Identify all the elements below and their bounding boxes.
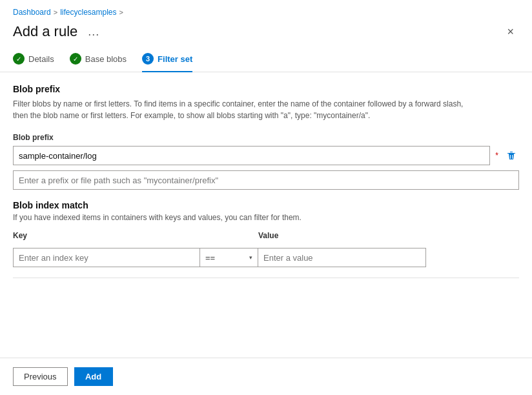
prefix-input-2[interactable] [13, 170, 519, 190]
tab-details-check: ✓ [13, 53, 25, 65]
index-key-input[interactable] [13, 248, 200, 267]
add-button[interactable]: Add [74, 367, 113, 386]
tab-filter-set-number: 3 [142, 53, 154, 65]
dialog-title: Add a rule [13, 23, 77, 40]
index-value-input[interactable] [258, 248, 426, 267]
close-button[interactable]: × [502, 25, 519, 39]
tabs-bar: ✓ Details ✓ Base blobs 3 Filter set [0, 48, 532, 72]
blob-prefix-section: Blob prefix Filter blobs by name or firs… [13, 84, 519, 200]
breadcrumb-dashboard[interactable]: Dashboard [13, 8, 51, 17]
breadcrumb: Dashboard > lifecyclesamples > [0, 0, 532, 21]
tab-base-blobs-label: Base blobs [85, 54, 127, 64]
breadcrumb-lifecyclesamples[interactable]: lifecyclesamples [60, 8, 116, 17]
prefix-row-2 [13, 170, 519, 200]
required-star: * [495, 151, 498, 160]
tab-base-blobs-check: ✓ [70, 53, 81, 65]
breadcrumb-sep-1: > [54, 8, 57, 16]
op-value: == [205, 253, 215, 263]
prefix-row-1: * [13, 146, 519, 165]
key-col-header: Key [13, 231, 200, 240]
index-input-row: == ▾ [13, 248, 519, 267]
value-col-header: Value [258, 231, 426, 240]
tab-filter-set-label: Filter set [158, 54, 192, 64]
blob-prefix-desc: Filter blobs by name or first letters. T… [13, 98, 478, 121]
blob-prefix-field-label: Blob prefix [13, 133, 519, 142]
bottom-divider [13, 278, 519, 278]
ellipsis-button[interactable]: ... [84, 25, 103, 39]
tab-details[interactable]: ✓ Details [13, 48, 54, 72]
footer: Previous Add [0, 358, 532, 395]
blob-index-title: Blob index match [13, 200, 519, 210]
tab-details-label: Details [28, 54, 54, 64]
delete-prefix-button[interactable] [504, 148, 519, 163]
blob-prefix-title: Blob prefix [13, 84, 519, 94]
op-select-wrapper[interactable]: == ▾ [200, 248, 258, 267]
tab-filter-set[interactable]: 3 Filter set [142, 48, 192, 72]
dialog-header: Add a rule ... × [0, 21, 532, 48]
prefix-input-1[interactable] [13, 146, 490, 165]
previous-button[interactable]: Previous [13, 367, 68, 386]
chevron-down-icon: ▾ [249, 254, 252, 261]
blob-index-section: Blob index match If you have indexed ite… [13, 200, 519, 278]
blob-index-desc: If you have indexed items in containers … [13, 213, 519, 222]
tab-base-blobs[interactable]: ✓ Base blobs [70, 48, 127, 72]
index-row-header: Key Value [13, 231, 519, 244]
content-area: Blob prefix Filter blobs by name or firs… [0, 72, 532, 364]
breadcrumb-sep-2: > [119, 8, 123, 16]
